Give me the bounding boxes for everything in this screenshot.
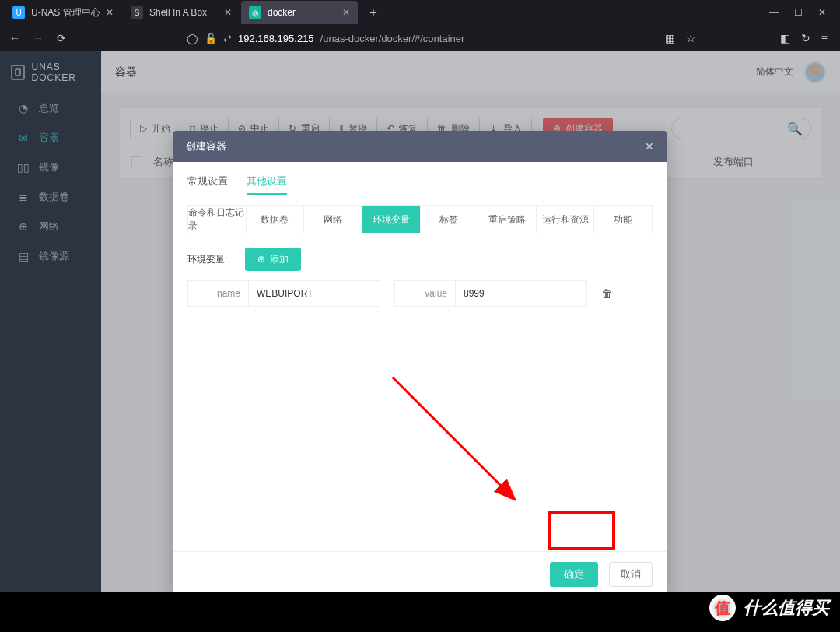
menu-icon[interactable]: ≡ — [821, 32, 828, 44]
sync-icon[interactable]: ↻ — [801, 32, 810, 44]
dialog-top-tabs: 常规设置 其他设置 — [187, 171, 653, 199]
watermark-badge-icon: 值 — [709, 595, 736, 621]
reload-icon[interactable]: ⟳ — [54, 32, 68, 44]
close-icon[interactable]: ✕ — [645, 140, 654, 153]
close-window-icon[interactable]: ✕ — [818, 7, 826, 18]
cancel-button[interactable]: 取消 — [609, 562, 653, 587]
env-value-input[interactable] — [456, 281, 586, 306]
create-container-dialog: 创建容器 ✕ 常规设置 其他设置 命令和日志记录 数据卷 网络 环境变量 标签 … — [173, 131, 667, 596]
permission-icon: ⇄ — [223, 33, 232, 44]
shield-icon: ◯ — [187, 33, 198, 44]
bookmark-icon[interactable]: ☆ — [686, 32, 696, 44]
window-controls: ― ☐ ✕ — [769, 7, 840, 18]
browser-address-bar: ← → ⟳ ◯ 🔓 ⇄ 192.168.195.215/unas-docker/… — [0, 25, 840, 51]
close-icon[interactable]: ✕ — [224, 7, 232, 18]
plus-circle-icon: ⊕ — [257, 254, 265, 265]
env-name-input[interactable] — [249, 281, 380, 306]
favicon-docker: ◎ — [249, 6, 261, 19]
env-row: name value 🗑 — [187, 280, 653, 307]
ok-button[interactable]: 确定 — [550, 562, 598, 587]
env-value-field: value — [394, 280, 587, 307]
subtab-cmdlog[interactable]: 命令和日志记录 — [187, 206, 246, 233]
subtab-network[interactable]: 网络 — [303, 206, 362, 233]
dialog-header: 创建容器 ✕ — [173, 131, 667, 162]
watermark: 值 什么值得买 — [709, 595, 829, 621]
tab-other[interactable]: 其他设置 — [247, 174, 287, 195]
minimize-icon[interactable]: ― — [769, 7, 779, 18]
delete-row-icon[interactable]: 🗑 — [601, 287, 612, 300]
env-value-label: value — [395, 281, 456, 306]
env-header-row: 环境变量: ⊕ 添加 — [187, 248, 653, 271]
browser-tab-shell[interactable]: S Shell In A Box ✕ — [123, 1, 240, 24]
url-field[interactable]: ◯ 🔓 ⇄ 192.168.195.215/unas-docker/docker… — [187, 33, 464, 44]
subtab-volumes[interactable]: 数据卷 — [246, 206, 304, 233]
browser-tab-docker[interactable]: ◎ docker ✕ — [241, 1, 358, 24]
subtab-restart[interactable]: 重启策略 — [478, 206, 536, 233]
tab-title: U-NAS 管理中心 — [31, 6, 100, 19]
screenshot-root: U U-NAS 管理中心 ✕ S Shell In A Box ✕ ◎ dock… — [0, 0, 840, 632]
btn-label: 添加 — [270, 253, 289, 266]
watermark-text: 什么值得买 — [744, 596, 829, 620]
back-icon[interactable]: ← — [8, 32, 22, 44]
tab-title: docker — [268, 7, 296, 18]
env-section-label: 环境变量: — [187, 253, 234, 266]
favicon-shell: S — [131, 6, 143, 19]
forward-icon[interactable]: → — [31, 32, 45, 44]
qr-icon[interactable]: ▦ — [665, 32, 675, 44]
subtab-caps[interactable]: 功能 — [593, 206, 652, 233]
url-host: 192.168.195.215 — [238, 33, 314, 44]
spacer — [187, 307, 653, 540]
browser-tabstrip: U U-NAS 管理中心 ✕ S Shell In A Box ✕ ◎ dock… — [0, 0, 840, 25]
url-path: /unas-docker/docker/#/container — [320, 33, 465, 44]
favicon-unas: U — [12, 6, 25, 19]
dialog-footer: 确定 取消 — [173, 551, 667, 596]
subtab-labels[interactable]: 标签 — [420, 206, 478, 233]
close-icon[interactable]: ✕ — [342, 7, 350, 18]
dialog-title: 创建容器 — [186, 139, 226, 153]
tab-general[interactable]: 常规设置 — [187, 174, 228, 195]
close-icon[interactable]: ✕ — [106, 7, 114, 18]
add-env-button[interactable]: ⊕ 添加 — [245, 248, 301, 271]
lock-icon: 🔓 — [205, 33, 217, 44]
maximize-icon[interactable]: ☐ — [794, 7, 803, 18]
subtab-runtime[interactable]: 运行和资源 — [536, 206, 594, 233]
dialog-body: 常规设置 其他设置 命令和日志记录 数据卷 网络 环境变量 标签 重启策略 运行… — [173, 162, 667, 551]
subtab-env[interactable]: 环境变量 — [362, 206, 420, 233]
browser-tab-unas[interactable]: U U-NAS 管理中心 ✕ — [5, 1, 121, 24]
env-name-field: name — [187, 280, 380, 307]
extension-icon[interactable]: ◧ — [780, 32, 790, 44]
dialog-sub-tabs: 命令和日志记录 数据卷 网络 环境变量 标签 重启策略 运行和资源 功能 — [187, 205, 653, 233]
new-tab-button[interactable]: ＋ — [359, 5, 387, 21]
tab-title: Shell In A Box — [149, 7, 207, 18]
env-name-label: name — [188, 281, 249, 306]
